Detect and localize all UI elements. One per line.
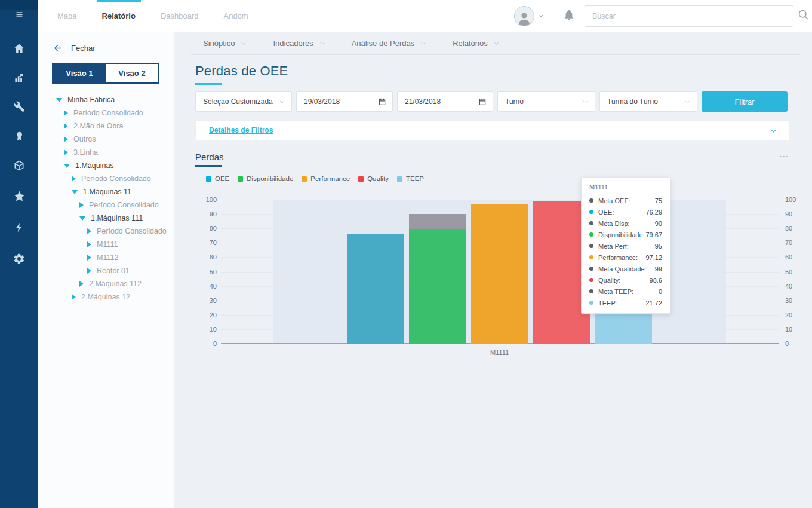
tree-item[interactable]: Minha Fábrica xyxy=(38,93,174,106)
collapse-triangle-icon[interactable] xyxy=(64,164,70,168)
tree-item[interactable]: 1.Máquinas xyxy=(38,159,174,172)
tree-item[interactable]: Outros xyxy=(38,133,174,146)
expand-triangle-icon[interactable] xyxy=(79,202,84,208)
expand-triangle-icon[interactable] xyxy=(87,241,91,247)
legend-label: TEEP xyxy=(406,175,424,182)
y-axis-tick: 40 xyxy=(210,283,217,290)
tooltip-value: 0 xyxy=(659,288,662,295)
rail-item-bolt[interactable] xyxy=(0,214,38,243)
expand-triangle-icon[interactable] xyxy=(72,294,76,300)
legend-swatch xyxy=(358,176,364,182)
bar-disponibilidade[interactable] xyxy=(409,229,466,344)
series-dot-icon xyxy=(589,198,593,203)
filter-details-link[interactable]: Detalhes de Filtros xyxy=(209,126,273,134)
avatar-chevron-down-icon[interactable] xyxy=(538,11,545,22)
user-avatar[interactable] xyxy=(514,6,534,26)
expand-triangle-icon[interactable] xyxy=(72,176,76,182)
divider xyxy=(11,213,27,213)
menu-relatórios[interactable]: Relatórios xyxy=(453,39,500,48)
expand-triangle-icon[interactable] xyxy=(64,123,68,129)
series-dot-icon xyxy=(589,210,593,214)
tree-item[interactable]: Período Consolidado xyxy=(38,172,174,185)
date-field[interactable]: 19/03/2018 xyxy=(296,91,393,112)
tree-item[interactable]: M1112 xyxy=(38,251,174,264)
rail-item-star[interactable] xyxy=(0,183,38,212)
tooltip-row: Meta Qualidade:99 xyxy=(589,263,662,274)
divider xyxy=(11,182,27,182)
filter-details-chevron-down-icon[interactable] xyxy=(769,126,778,135)
filter-button[interactable]: Filtrar xyxy=(702,91,788,112)
y-axis-right: 0102030405060708090100 xyxy=(785,200,809,344)
collapse-triangle-icon[interactable] xyxy=(56,98,62,102)
filter-bar: Seleção Customizada19/03/201821/03/2018T… xyxy=(195,91,789,112)
hamburger-menu-button[interactable] xyxy=(0,0,38,32)
collapse-triangle-icon[interactable] xyxy=(72,190,78,194)
tree-item[interactable]: 1.Máquinas 11 xyxy=(38,185,174,198)
tooltip-row: Meta Perf:95 xyxy=(589,240,662,252)
tree-item-label: Reator 01 xyxy=(97,267,130,275)
field-value: 19/03/2018 xyxy=(304,97,340,106)
expand-triangle-icon[interactable] xyxy=(87,268,91,274)
legend-swatch xyxy=(206,176,211,182)
rail-item-package[interactable] xyxy=(0,152,38,181)
menu-indicadores[interactable]: Indicadores xyxy=(273,39,325,48)
collapse-triangle-icon[interactable] xyxy=(79,216,85,221)
rail-item-award[interactable] xyxy=(0,123,38,152)
view-2-button[interactable]: Visão 2 xyxy=(106,64,158,82)
expand-triangle-icon[interactable] xyxy=(64,149,68,155)
legend-item-oee[interactable]: OEE xyxy=(206,175,229,182)
tree-item[interactable]: Período Consolidado xyxy=(38,225,174,238)
y-axis-tick: 70 xyxy=(210,239,217,246)
expand-triangle-icon[interactable] xyxy=(87,228,91,234)
expand-triangle-icon[interactable] xyxy=(87,255,91,261)
top-nav-mapa[interactable]: Mapa xyxy=(57,0,77,32)
select-field[interactable]: Turno xyxy=(497,91,595,112)
legend-item-disponibilidade[interactable]: Disponibilidade xyxy=(238,175,293,182)
legend-item-quality[interactable]: Quality xyxy=(358,175,389,182)
expand-triangle-icon[interactable] xyxy=(64,136,68,142)
close-panel-button[interactable]: Fechar xyxy=(38,32,174,53)
bar-teep[interactable] xyxy=(595,313,652,344)
tooltip-value: 99 xyxy=(655,265,662,273)
tree-item[interactable]: M1111 xyxy=(38,238,174,251)
y-axis-tick: 60 xyxy=(210,253,217,261)
menu-sinóptico[interactable]: Sinóptico xyxy=(203,39,247,48)
bar-oee[interactable] xyxy=(347,234,404,344)
tooltip-value: 76.29 xyxy=(645,209,662,216)
tree-item[interactable]: 3.Linha xyxy=(38,146,174,159)
rail-item-chart[interactable] xyxy=(0,64,38,93)
search-icon[interactable] xyxy=(797,8,810,23)
rail-item-gear[interactable] xyxy=(0,245,38,274)
chevron-down-icon xyxy=(420,40,426,47)
top-nav-andom[interactable]: Andom xyxy=(223,0,248,32)
y-axis-tick: 30 xyxy=(785,297,792,304)
expand-triangle-icon[interactable] xyxy=(64,110,68,116)
bar-performance[interactable] xyxy=(471,204,528,344)
tree-item[interactable]: Período Consolidado xyxy=(38,106,174,120)
legend-item-performance[interactable]: Performance xyxy=(302,175,350,182)
legend-swatch xyxy=(302,176,307,182)
tree-item[interactable]: 1.Máquinas 111 xyxy=(38,212,174,225)
tree-item[interactable]: Período Consolidado xyxy=(38,198,174,212)
top-nav-dashboard[interactable]: Dashboard xyxy=(161,0,199,32)
date-field[interactable]: 21/03/2018 xyxy=(397,91,493,112)
expand-triangle-icon[interactable] xyxy=(79,281,84,287)
notifications-bell-icon[interactable] xyxy=(563,9,575,23)
tooltip-label: TEEP: xyxy=(598,299,645,307)
top-nav-relatório[interactable]: Relatório xyxy=(102,0,136,32)
rail-item-wrench[interactable] xyxy=(0,93,38,123)
tree-item[interactable]: 2.Mão de Obra xyxy=(38,120,174,133)
view-1-button[interactable]: Visão 1 xyxy=(53,64,106,82)
select-field[interactable]: Seleção Customizada xyxy=(195,91,292,112)
y-axis-tick: 70 xyxy=(785,239,792,246)
select-field[interactable]: Turma do Turno xyxy=(599,91,697,112)
legend-item-teep[interactable]: TEEP xyxy=(397,175,424,182)
tree-item[interactable]: 2.Máquinas 112 xyxy=(38,277,174,290)
search-input[interactable] xyxy=(585,5,793,27)
menu-análise-de-perdas[interactable]: Análise de Perdas xyxy=(352,39,427,48)
rail-item-home[interactable] xyxy=(0,35,38,64)
chevron-down-icon xyxy=(493,40,500,47)
more-options-icon[interactable]: ⋯ xyxy=(779,151,789,162)
tree-item[interactable]: 2.Máquinas 12 xyxy=(38,290,174,304)
tree-item[interactable]: Reator 01 xyxy=(38,264,174,277)
